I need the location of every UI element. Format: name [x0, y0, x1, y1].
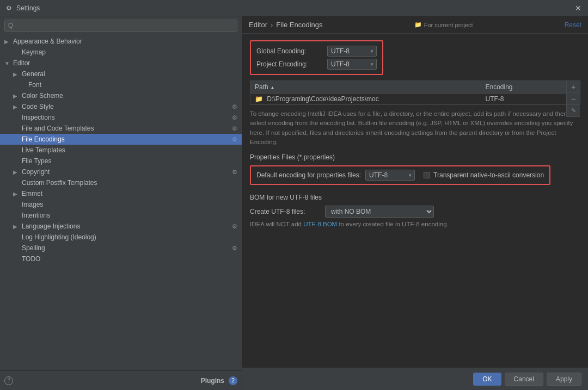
default-encoding-label: Default encoding for properties files: [256, 171, 361, 179]
transparent-checkbox[interactable] [424, 172, 430, 178]
sidebar-item-todo[interactable]: TODO [0, 253, 242, 264]
sidebar-item-spelling[interactable]: Spelling ⚙ [0, 243, 242, 253]
sidebar-item-label: File and Code Templates [22, 125, 94, 132]
search-input[interactable] [8, 22, 234, 29]
transparent-checkbox-row: Transparent native-to-ascii conversion [424, 171, 544, 179]
global-encoding-row: Global Encoding: UTF-8 UTF-16 ISO-8859-1 [256, 46, 377, 57]
sidebar: ▶ Appearance & Behavior Keymap ▼ Editor … [0, 16, 242, 390]
global-encoding-select[interactable]: UTF-8 UTF-16 ISO-8859-1 [327, 46, 377, 57]
project-label: 📁 For current project [414, 21, 473, 28]
sidebar-item-general[interactable]: ▶ General [0, 69, 242, 79]
gear-icon: ⚙ [232, 114, 237, 121]
sidebar-item-inspections[interactable]: Inspections ⚙ [0, 112, 242, 123]
gear-icon: ⚙ [232, 223, 237, 230]
app-icon: ⚙ [4, 4, 13, 13]
bom-section-title: BOM for new UTF-8 files [250, 194, 580, 201]
arrow-icon: ▶ [13, 71, 20, 77]
bom-select-wrapper: with NO BOM with BOM [325, 206, 434, 218]
sort-arrow: ▲ [270, 85, 275, 90]
sidebar-item-label: File Encodings [22, 135, 65, 143]
encoding-box: Global Encoding: UTF-8 UTF-16 ISO-8859-1… [250, 40, 383, 75]
sidebar-item-label: Intentions [22, 212, 50, 219]
bom-create-row: Create UTF-8 files: with NO BOM with BOM [250, 206, 580, 218]
help-icon[interactable]: ? [4, 376, 13, 385]
breadcrumb-parent: Editor [249, 21, 267, 29]
plugins-badge: 2 [229, 376, 237, 385]
sidebar-item-custom-postfix[interactable]: Custom Postfix Templates [0, 177, 242, 188]
sidebar-item-live-templates[interactable]: Live Templates [0, 145, 242, 156]
sidebar-item-intentions[interactable]: Intentions [0, 210, 242, 221]
edit-row-button[interactable]: ✎ [567, 105, 580, 117]
bom-note-suffix: to every created file in UTF-8 encoding [337, 221, 446, 227]
sidebar-item-label: Live Templates [22, 146, 65, 154]
sidebar-item-appearance[interactable]: ▶ Appearance & Behavior [0, 36, 242, 47]
transparent-label: Transparent native-to-ascii conversion [433, 171, 544, 179]
sidebar-item-keymap[interactable]: Keymap [0, 47, 242, 58]
path-column-header[interactable]: Path ▲ [250, 81, 481, 94]
bom-note: IDEA will NOT add UTF-8 BOM to every cre… [250, 221, 580, 227]
main-layout: ▶ Appearance & Behavior Keymap ▼ Editor … [0, 16, 588, 390]
encoding-cell: UTF-8 [481, 94, 580, 105]
sidebar-item-editor[interactable]: ▼ Editor [0, 58, 242, 69]
reset-button[interactable]: Reset [565, 21, 581, 29]
arrow-icon: ▼ [4, 60, 11, 66]
folder-icon: 📁 [255, 95, 263, 103]
sidebar-item-log-highlighting[interactable]: Log Highlighting (Ideolog) [0, 232, 242, 243]
sidebar-item-images[interactable]: Images [0, 199, 242, 210]
info-text: To change encoding IntelliJ IDEA uses fo… [250, 109, 580, 147]
cancel-button[interactable]: Cancel [505, 373, 543, 386]
breadcrumb: Editor › File Encodings [249, 21, 323, 29]
breadcrumb-separator: › [271, 21, 273, 29]
apply-button[interactable]: Apply [547, 373, 581, 386]
tree-container: ▶ Appearance & Behavior Keymap ▼ Editor … [0, 35, 242, 370]
sidebar-item-label: Editor [13, 59, 30, 67]
close-button[interactable]: ✕ [573, 3, 584, 14]
sidebar-item-label: Code Style [22, 103, 54, 110]
sidebar-item-label: TODO [22, 255, 40, 263]
gear-icon: ⚙ [232, 169, 237, 176]
content-header: Editor › File Encodings 📁 For current pr… [242, 16, 588, 34]
sidebar-item-font[interactable]: Font [0, 79, 242, 90]
sidebar-item-color-scheme[interactable]: ▶ Color Scheme [0, 90, 242, 101]
gear-icon: ⚙ [232, 245, 237, 252]
arrow-icon: ▶ [13, 169, 20, 175]
add-row-button[interactable]: + [567, 81, 580, 93]
arrow-icon: ▶ [13, 93, 20, 99]
project-encoding-select[interactable]: UTF-8 UTF-16 ISO-8859-1 [327, 59, 377, 70]
gear-icon: ⚙ [232, 136, 237, 143]
arrow-icon: ▶ [13, 191, 20, 197]
sidebar-item-label: Inspections [22, 114, 55, 121]
search-box[interactable] [4, 20, 237, 32]
ok-button[interactable]: OK [473, 373, 501, 386]
sidebar-item-language-injections[interactable]: ▶ Language Injections ⚙ [0, 221, 242, 232]
sidebar-item-file-encodings[interactable]: File Encodings ⚙ [0, 134, 242, 145]
title-bar: ⚙ Settings ✕ [0, 0, 588, 16]
table-row[interactable]: 📁 D:\Programing\Code\IdeaProjects\moc UT… [250, 94, 580, 105]
table-tools: + − ✎ [566, 81, 580, 117]
project-encoding-select-wrapper: UTF-8 UTF-16 ISO-8859-1 [327, 59, 377, 70]
bom-note-prefix: IDEA will NOT add [250, 221, 303, 227]
dialog-footer: OK Cancel Apply [242, 368, 588, 390]
encoding-column-header: Encoding [481, 81, 580, 94]
breadcrumb-current: File Encodings [276, 21, 322, 29]
sidebar-item-label: Emmet [22, 190, 42, 197]
props-encoding-select[interactable]: UTF-8 UTF-16 ISO-8859-1 [365, 170, 415, 181]
sidebar-item-label: Color Scheme [22, 92, 63, 100]
bom-select[interactable]: with NO BOM with BOM [325, 206, 434, 218]
content-body: Global Encoding: UTF-8 UTF-16 ISO-8859-1… [242, 34, 588, 368]
sidebar-item-label: File Types [22, 157, 51, 165]
sidebar-item-label: Log Highlighting (Ideolog) [22, 233, 96, 241]
sidebar-item-label: Images [22, 201, 43, 208]
global-encoding-label: Global Encoding: [256, 47, 327, 55]
sidebar-item-label: Spelling [22, 244, 45, 252]
sidebar-item-file-types[interactable]: File Types [0, 156, 242, 166]
sidebar-item-code-style[interactable]: ▶ Code Style ⚙ [0, 101, 242, 112]
bom-section: BOM for new UTF-8 files Create UTF-8 fil… [250, 194, 580, 227]
sidebar-item-label: Appearance & Behavior [13, 38, 82, 45]
sidebar-item-emmet[interactable]: ▶ Emmet [0, 188, 242, 199]
sidebar-item-copyright[interactable]: ▶ Copyright ⚙ [0, 166, 242, 177]
project-encoding-label: Project Encoding: [256, 60, 327, 68]
plugins-label[interactable]: Plugins [201, 377, 224, 385]
remove-row-button[interactable]: − [567, 93, 580, 105]
sidebar-item-file-code-templates[interactable]: File and Code Templates ⚙ [0, 123, 242, 134]
